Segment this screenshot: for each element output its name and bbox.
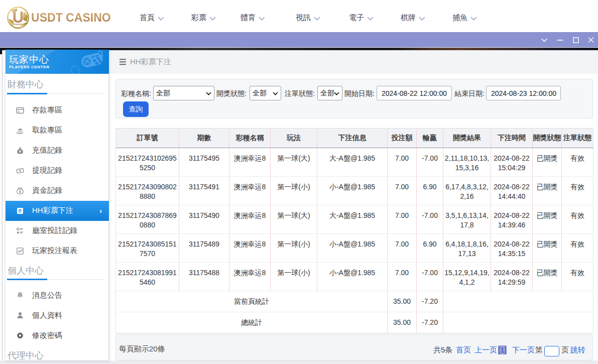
svg-text:$: $ bbox=[19, 189, 22, 194]
svg-text:¥: ¥ bbox=[19, 150, 21, 153]
svg-text:Casino: Casino bbox=[13, 23, 23, 26]
